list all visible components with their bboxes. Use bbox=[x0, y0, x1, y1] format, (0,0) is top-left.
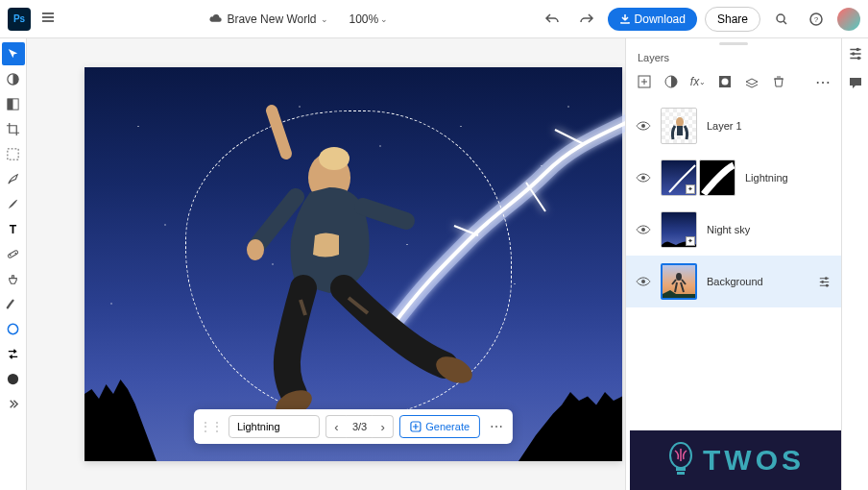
hamburger-menu[interactable] bbox=[36, 6, 60, 32]
search-button[interactable] bbox=[768, 6, 795, 33]
svg-point-26 bbox=[641, 228, 645, 232]
help-button[interactable]: ? bbox=[803, 6, 830, 33]
layer-name: Lightning bbox=[745, 172, 788, 184]
redo-button[interactable] bbox=[573, 6, 600, 33]
drag-handle-icon[interactable]: ⋮⋮ bbox=[200, 420, 223, 433]
visibility-toggle[interactable] bbox=[636, 170, 651, 185]
previous-variant-button[interactable]: ‹ bbox=[326, 415, 347, 438]
text-tool[interactable]: T bbox=[2, 217, 25, 240]
svg-point-25 bbox=[641, 176, 645, 180]
layers-more-options[interactable]: ⋯ bbox=[814, 73, 832, 90]
chevron-down-icon: ⌄ bbox=[321, 14, 328, 24]
layers-panel-title: Layers bbox=[626, 48, 841, 67]
svg-point-33 bbox=[852, 52, 855, 55]
selection-tool[interactable] bbox=[2, 142, 25, 165]
visibility-toggle[interactable] bbox=[636, 222, 651, 237]
shape-tool[interactable] bbox=[2, 317, 25, 340]
adjustment-layer-button[interactable] bbox=[663, 73, 680, 90]
move-tool[interactable] bbox=[2, 42, 25, 65]
svg-point-24 bbox=[676, 117, 684, 127]
svg-point-28 bbox=[676, 273, 682, 281]
download-button[interactable]: Download bbox=[608, 8, 697, 31]
svg-point-30 bbox=[821, 281, 824, 283]
layer-effects-button[interactable]: fx⌄ bbox=[689, 73, 707, 90]
user-avatar[interactable] bbox=[837, 8, 860, 31]
svg-point-0 bbox=[777, 14, 784, 22]
canvas[interactable]: ⋮⋮ ‹ 3/3 › Generate ⋯ bbox=[84, 67, 622, 461]
share-button[interactable]: Share bbox=[705, 7, 760, 32]
panel-grip[interactable] bbox=[626, 38, 841, 48]
app-logo: Ps bbox=[8, 8, 31, 31]
gradient-tool[interactable] bbox=[2, 92, 25, 115]
watermark-text: TWOS bbox=[703, 444, 805, 477]
quick-select-tool[interactable] bbox=[2, 167, 25, 190]
smart-object-badge: ✦ bbox=[686, 236, 695, 246]
visibility-toggle[interactable] bbox=[636, 118, 651, 134]
svg-point-22 bbox=[722, 79, 729, 86]
color-tool[interactable] bbox=[2, 367, 25, 390]
comments-tab[interactable] bbox=[846, 73, 865, 92]
svg-point-23 bbox=[641, 124, 645, 128]
visibility-toggle[interactable] bbox=[636, 274, 651, 289]
delete-layer-button[interactable] bbox=[770, 73, 787, 90]
layer-row[interactable]: ✦ Night sky bbox=[626, 204, 841, 256]
svg-point-34 bbox=[856, 57, 859, 60]
more-tools[interactable] bbox=[2, 392, 25, 415]
layer-mask-thumbnail bbox=[699, 159, 735, 196]
next-variant-button[interactable]: › bbox=[373, 415, 394, 438]
svg-point-11 bbox=[8, 324, 17, 333]
layer-thumbnail bbox=[661, 263, 697, 300]
generate-button[interactable]: Generate bbox=[399, 415, 480, 438]
add-mask-button[interactable] bbox=[716, 73, 734, 90]
svg-point-12 bbox=[8, 373, 18, 383]
crop-tool[interactable] bbox=[2, 117, 25, 140]
person-layer bbox=[181, 96, 488, 428]
generate-prompt-input[interactable] bbox=[229, 415, 320, 438]
layer-row[interactable]: Background bbox=[626, 256, 841, 307]
eraser-tool[interactable] bbox=[2, 292, 25, 315]
lightbulb-icon bbox=[666, 441, 695, 479]
left-toolbar: T bbox=[0, 38, 27, 490]
swap-tool[interactable] bbox=[2, 342, 25, 365]
svg-point-9 bbox=[10, 254, 12, 256]
layer-properties-button[interactable] bbox=[817, 275, 832, 289]
clone-tool[interactable] bbox=[2, 267, 25, 290]
layer-name: Background bbox=[707, 276, 763, 287]
document-title: Brave New World bbox=[227, 12, 316, 26]
svg-point-10 bbox=[14, 252, 16, 254]
svg-rect-6 bbox=[8, 148, 18, 159]
variant-counter: 3/3 bbox=[347, 415, 373, 438]
adjust-tool[interactable] bbox=[2, 67, 25, 90]
zoom-dropdown[interactable]: 100% ⌄ bbox=[342, 9, 397, 30]
svg-text:T: T bbox=[10, 223, 17, 236]
svg-rect-5 bbox=[8, 98, 13, 109]
top-bar: Ps Brave New World ⌄ 100% ⌄ Download Sha… bbox=[0, 0, 868, 38]
svg-point-15 bbox=[247, 239, 264, 260]
svg-point-31 bbox=[826, 283, 829, 286]
right-rail bbox=[841, 38, 868, 490]
svg-point-14 bbox=[319, 147, 350, 170]
layer-group-button[interactable] bbox=[743, 73, 760, 90]
generative-fill-bar: ⋮⋮ ‹ 3/3 › Generate ⋯ bbox=[194, 409, 513, 444]
layer-row[interactable]: Layer 1 bbox=[626, 100, 841, 152]
smart-object-badge: ✦ bbox=[686, 184, 695, 194]
undo-button[interactable] bbox=[539, 6, 566, 33]
properties-tab[interactable] bbox=[846, 44, 865, 63]
layer-name: Layer 1 bbox=[707, 120, 742, 132]
layer-name: Night sky bbox=[707, 224, 750, 235]
layer-row[interactable]: ✦ Lightning bbox=[626, 152, 841, 204]
layers-panel: Layers fx⌄ ⋯ Layer 1 ✦ bbox=[625, 38, 841, 490]
add-layer-button[interactable] bbox=[636, 73, 653, 90]
canvas-area[interactable]: ⋮⋮ ‹ 3/3 › Generate ⋯ bbox=[27, 38, 625, 490]
cloud-icon bbox=[209, 12, 223, 26]
document-title-dropdown[interactable]: Brave New World ⌄ bbox=[202, 9, 335, 30]
layer-thumbnail: ✦ bbox=[661, 211, 697, 248]
heal-tool[interactable] bbox=[2, 242, 25, 265]
download-icon bbox=[619, 13, 631, 25]
zoom-value: 100% bbox=[350, 12, 379, 26]
brush-tool[interactable] bbox=[2, 192, 25, 215]
generate-more-options[interactable]: ⋯ bbox=[486, 415, 507, 438]
svg-rect-8 bbox=[8, 250, 19, 258]
layer-thumbnail bbox=[661, 108, 697, 144]
svg-text:?: ? bbox=[814, 15, 819, 24]
